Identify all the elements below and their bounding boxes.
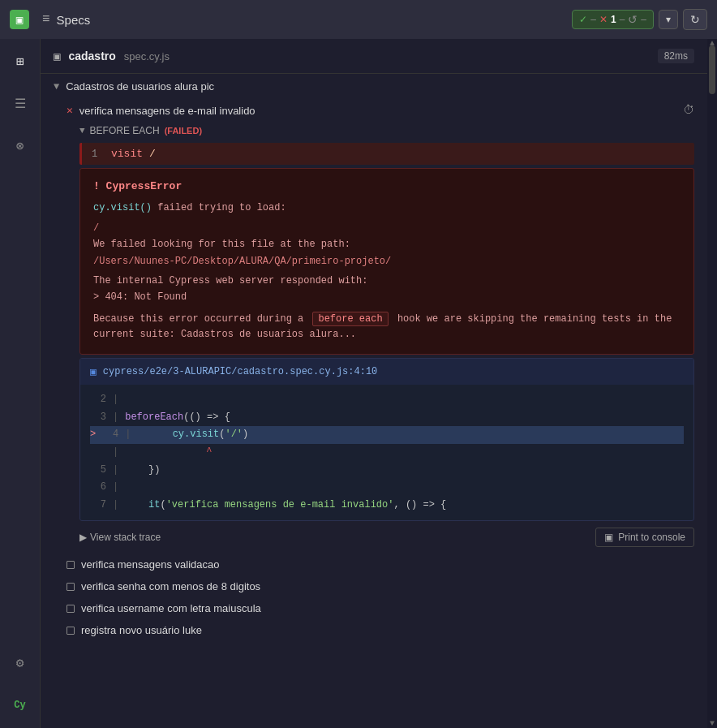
- error-line-1: cy.visit() failed trying to load:: [93, 200, 681, 216]
- refresh-button[interactable]: ↻: [683, 9, 707, 30]
- failed-badge: (FAILED): [165, 126, 202, 136]
- before-each-label: BEFORE EACH: [90, 125, 160, 136]
- spec-filename-main: cadastro: [68, 50, 115, 62]
- timer-icon: ⏱: [683, 104, 694, 117]
- pending-test-3[interactable]: verifica username com letra maiuscula: [41, 597, 707, 619]
- view-stack-arrow-icon: ▶: [79, 532, 87, 543]
- suite-chevron-icon[interactable]: ▼: [54, 81, 59, 93]
- sidebar-icon-list[interactable]: ☰: [7, 91, 33, 117]
- dash-separator: –: [590, 14, 596, 25]
- stack-line-4: > 4 | cy.visit('/'): [90, 426, 684, 444]
- footer-actions: ▶ View stack trace ▣ Print to console: [79, 528, 694, 547]
- view-stack-trace-button[interactable]: ▶ View stack trace: [79, 532, 161, 543]
- stack-trace-block: ▣ cypress/e2e/3-ALURAPIC/cadastro.spec.c…: [79, 358, 694, 521]
- pending-square-icon-2: [67, 583, 75, 591]
- pending-test-name-1: verifica mensagens validacao: [81, 558, 220, 571]
- code-keyword: visit: [111, 148, 143, 160]
- error-line-3: We failed looking for this file at the p…: [93, 237, 681, 252]
- error-line-5: The internal Cypress web server responde…: [93, 274, 681, 289]
- pending-test-1[interactable]: verifica mensagens validacao: [41, 554, 707, 575]
- fail-count: 1: [611, 14, 616, 25]
- failing-test-name: verifica mensagens de e-mail invalido: [79, 105, 255, 117]
- stack-caret-line: | ^: [90, 444, 684, 462]
- pending-test-name-2: verifica senha com menos de 8 digitos: [81, 580, 260, 592]
- stack-line-2: 2 |: [90, 391, 684, 409]
- right-scrollbar[interactable]: ▲ ▼: [707, 39, 717, 728]
- error-line-6: > 404: Not Found: [93, 290, 681, 305]
- stack-file-icon: ▣: [90, 365, 97, 378]
- before-each-row: ▼ BEFORE EACH (FAILED): [41, 122, 707, 140]
- main-layout: ⊞ ☰ ⊗ ⚙ Cy ▣ cadastro spec.cy.js 82ms ▼ …: [0, 39, 717, 728]
- top-bar: ▣ ≡ Specs ✓ – ✕ 1 – ↺ – ▾ ↻: [0, 0, 717, 39]
- sidebar-icon-filter[interactable]: ⊗: [7, 133, 33, 159]
- error-block: ! CypressError cy.visit() failed trying …: [79, 168, 694, 355]
- failing-test-item[interactable]: ✕ verifica mensagens de e-mail invalido …: [41, 99, 707, 122]
- view-stack-trace-label: View stack trace: [90, 532, 161, 543]
- print-label: Print to console: [618, 532, 685, 543]
- pending-square-icon-4: [67, 627, 75, 635]
- before-each-chevron-icon[interactable]: ▼: [79, 126, 85, 136]
- code-plain: /: [149, 148, 156, 160]
- stack-code: 2 | 3 | beforeEach(() => { >: [80, 385, 693, 520]
- suite-header: ▼ Cadastros de usuarios alura pic: [41, 74, 707, 99]
- top-bar-actions: ✓ – ✕ 1 – ↺ – ▾ ↻: [572, 9, 707, 30]
- sidebar-icon-nodes[interactable]: Cy: [7, 692, 33, 718]
- line-number: 1: [92, 149, 105, 160]
- sidebar-icon-settings[interactable]: ⚙: [7, 650, 33, 676]
- dash-separator2: –: [620, 14, 625, 25]
- stack-line-5: 5 | }): [90, 462, 684, 480]
- spec-file-icon: ▣: [54, 50, 60, 63]
- spinner-icon: ↺: [628, 13, 638, 26]
- page-title: Specs: [57, 13, 91, 27]
- spec-header: ▣ cadastro spec.cy.js 82ms: [41, 39, 707, 74]
- app-logo: ▣: [10, 10, 29, 29]
- suite-title: Cadastros de usuarios alura pic: [66, 80, 214, 93]
- pending-square-icon: [67, 561, 75, 569]
- pending-test-4[interactable]: registra novo usuário luke: [41, 619, 707, 641]
- error-line-7: Because this error occurred during a bef…: [93, 312, 681, 327]
- fail-marker-icon: ✕: [67, 104, 73, 117]
- pending-test-2[interactable]: verifica senha com menos de 8 digitos: [41, 575, 707, 597]
- sidebar-icon-grid[interactable]: ⊞: [7, 49, 33, 75]
- error-path-full: /Users/Nuunes-PC/Desktop/ALURA/QA/primei…: [93, 256, 681, 267]
- check-icon: ✓: [579, 14, 587, 25]
- fail-icon: ✕: [599, 14, 608, 25]
- pending-test-name-3: verifica username com letra maiuscula: [81, 602, 261, 614]
- content-area: ▣ cadastro spec.cy.js 82ms ▼ Cadastros d…: [41, 39, 707, 728]
- stack-line-3: 3 | beforeEach(() => {: [90, 409, 684, 427]
- spec-filename-ext: spec.cy.js: [124, 50, 170, 62]
- code-line-block: 1 visit /: [79, 143, 694, 165]
- status-badge: ✓ – ✕ 1 – ↺ –: [572, 10, 654, 29]
- code-line: 1 visit /: [92, 148, 685, 160]
- pending-square-icon-3: [67, 605, 75, 613]
- left-sidebar: ⊞ ☰ ⊗ ⚙ Cy: [0, 39, 41, 728]
- spec-duration: 82ms: [658, 49, 694, 63]
- pending-test-name-4: registra novo usuário luke: [81, 624, 202, 636]
- pending-tests-list: verifica mensagens validacao verifica se…: [41, 554, 707, 641]
- error-path-slash: /: [93, 222, 681, 234]
- error-line-8: current suite: Cadastros de usuarios alu…: [93, 327, 681, 342]
- stack-line-6: 6 |: [90, 479, 684, 497]
- dropdown-button[interactable]: ▾: [659, 10, 678, 29]
- scrollbar-thumb[interactable]: [709, 45, 715, 94]
- before-each-highlight: before each: [312, 312, 388, 326]
- scroll-container[interactable]: ▣ cadastro spec.cy.js 82ms ▼ Cadastros d…: [41, 39, 707, 728]
- print-icon: ▣: [604, 532, 613, 543]
- print-to-console-button[interactable]: ▣ Print to console: [595, 528, 694, 547]
- stack-header: ▣ cypress/e2e/3-ALURAPIC/cadastro.spec.c…: [80, 359, 693, 385]
- error-header: ! CypressError: [93, 180, 681, 192]
- scrollbar-down-icon[interactable]: ▼: [707, 719, 717, 728]
- stack-filepath: cypress/e2e/3-ALURAPIC/cadastro.spec.cy.…: [103, 366, 377, 377]
- hamburger-icon[interactable]: ≡: [42, 12, 50, 27]
- dash-separator3: –: [641, 14, 646, 25]
- stack-line-7: 7 | it('verifica mensagens de e-mail inv…: [90, 497, 684, 515]
